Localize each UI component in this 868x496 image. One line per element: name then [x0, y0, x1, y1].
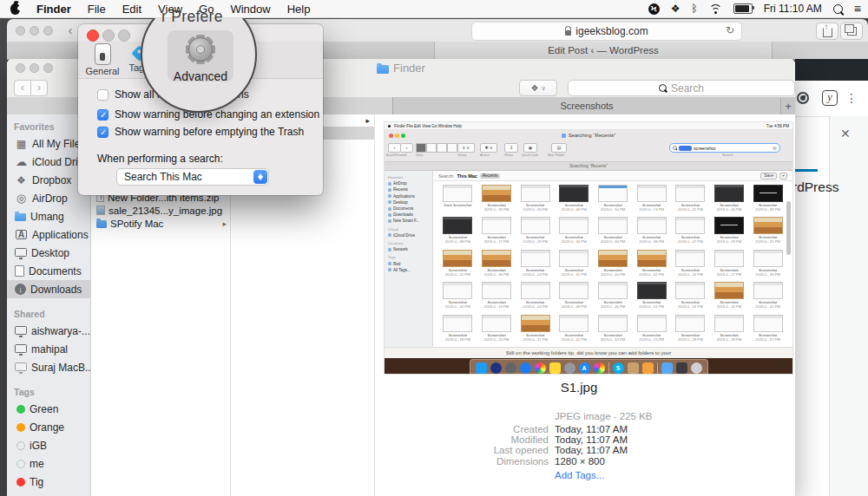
menu-item[interactable]: Edit	[122, 3, 141, 16]
sidebar-item[interactable]: Tags	[7, 384, 90, 400]
safari-close-button[interactable]	[16, 26, 25, 36]
preview-info-label: Dimensions	[375, 456, 549, 467]
sidebar-item[interactable]: aishwarya-...	[7, 322, 90, 340]
file-name: sale_21345...y_image.jpg	[108, 206, 222, 216]
spotlight-search-icon[interactable]	[833, 4, 843, 14]
sidebar-item[interactable]: Tig	[7, 473, 90, 491]
safari-back-button[interactable]: ‹	[61, 22, 80, 38]
safari-zoom-button[interactable]	[43, 26, 53, 36]
checkbox[interactable]	[97, 89, 108, 101]
screenshot-thumbnail: Screenshot 2019-0...33 PM	[477, 183, 516, 215]
forward-button[interactable]: ›	[31, 80, 48, 96]
screenshot-thumbnail: Screenshot 2019-0...17 PM	[477, 215, 516, 247]
wp-plugin-icon[interactable]	[797, 92, 809, 104]
dialog-close-button[interactable]	[87, 29, 99, 42]
sidebar-item-icon	[15, 213, 26, 221]
battery-icon[interactable]	[733, 3, 753, 14]
sidebar-item[interactable]: me	[7, 454, 90, 473]
screenshot-thumbnail: Screenshot 2019-0...34 PM	[555, 215, 594, 247]
shot-dock-icon	[676, 362, 687, 374]
share-button[interactable]	[816, 23, 838, 40]
bluetooth-icon[interactable]: ᛒ	[691, 3, 697, 15]
search-scope-dropdown[interactable]: Search This Mac	[116, 168, 269, 186]
shot-search-field: screenshot ⊗	[669, 143, 780, 153]
shot-sidebar-item: New Smart F...	[385, 218, 432, 224]
sidebar-item[interactable]: iGB	[7, 436, 90, 454]
preview-image: Finder File Edit View Go Window Help Tue…	[384, 121, 793, 375]
checkbox-checked[interactable]	[97, 109, 108, 121]
safari-tab[interactable]: Edit Post ‹ — WordPress	[434, 42, 773, 59]
sidebar-item-icon	[15, 362, 27, 371]
finder-search-field[interactable]: Search	[568, 80, 795, 96]
sidebar-item-label: me	[30, 458, 44, 470]
file-row[interactable]: SPotify Mac ▸	[91, 217, 230, 230]
sidebar-item[interactable]: Downloads	[7, 280, 90, 298]
screenshot-thumbnail: Screenshot 2019-0...54 PM	[594, 183, 633, 215]
screenshot-thumbnail: Screenshot 2019-0...15 PM	[632, 313, 671, 345]
sidebar-item[interactable]: mahipal	[7, 340, 90, 358]
shot-dock: AS	[385, 358, 792, 375]
checkbox-warn-empty-trash[interactable]: Show warning before emptying the Trash	[97, 126, 304, 138]
reload-icon[interactable]: ↻	[726, 24, 734, 36]
tab-overview-button[interactable]	[840, 23, 863, 40]
shot-dock-icon	[490, 362, 502, 374]
shot-dock-icon	[642, 362, 654, 374]
url-field[interactable]: igeeksblog.com ↻	[471, 22, 742, 41]
screenshot-thumbnail: Screenshot 2019-0...28 PM	[671, 313, 710, 345]
add-tags-link[interactable]: Add Tags...	[555, 470, 604, 480]
sidebar-item[interactable]: Suraj MacB...	[7, 358, 90, 376]
menu-app-name[interactable]: Finder	[36, 3, 71, 16]
sidebar-item[interactable]: Orange	[7, 418, 90, 436]
shot-toolbar: ‹› ≡ ∨ ✱ ∨ ↥ ◉ ▤ Back/ForwardViewGroupAc…	[385, 140, 792, 162]
shot-sidebar-item: Favorites	[385, 173, 432, 180]
yoast-icon[interactable]: y	[822, 90, 838, 106]
sidebar-item[interactable]: All Tags...	[7, 491, 90, 496]
notification-center-icon[interactable]: ≡	[854, 2, 861, 16]
menu-item[interactable]: File	[88, 3, 106, 16]
wp-close-settings-icon[interactable]: ✕	[840, 127, 851, 140]
screenshot-thumbnail: Screenshot 2019-0...52 PM	[632, 248, 671, 280]
sidebar-item[interactable]: Green	[7, 400, 90, 418]
sidebar-item-label: Green	[30, 403, 58, 415]
dialog-zoom-button[interactable]	[118, 29, 130, 42]
sidebar-item-label: Umang	[30, 211, 64, 223]
preview-scrollbar[interactable]	[786, 201, 791, 255]
wp-options-menu-icon[interactable]: ⋮	[845, 91, 858, 105]
folder-icon	[377, 65, 389, 74]
file-row[interactable]: sale_21345...y_image.jpg	[91, 204, 230, 217]
dialog-minimize-button[interactable]	[102, 29, 115, 42]
checkbox-checked[interactable]	[97, 127, 108, 138]
dropbox-menu-icon[interactable]: ❖	[671, 3, 681, 15]
dropbox-toolbar-button[interactable]: ❖ ∨	[519, 80, 557, 96]
screenshot-thumbnail: Screenshot 2019-0...36 PM	[477, 248, 516, 280]
screenshot-thumbnail: Screenshot 2019-0...18 PM	[438, 313, 477, 345]
search-icon	[673, 146, 677, 150]
preview-info-row: Modified Today, 11:07 AM	[375, 434, 795, 445]
menu-clock[interactable]: Fri 11:10 AM	[764, 3, 822, 15]
menu-item[interactable]: Help	[287, 3, 311, 16]
new-tab-button[interactable]: +	[781, 97, 795, 114]
sidebar-item[interactable]: Applications	[7, 225, 90, 244]
menu-item[interactable]: Window	[230, 3, 270, 16]
sidebar-item-icon	[15, 156, 28, 168]
finder-tab-screenshots[interactable]: Screenshots	[393, 97, 781, 114]
shot-dock-icon	[657, 362, 658, 374]
shot-menubar: Finder File Edit View Go Window Help Tue…	[385, 122, 792, 130]
shot-pathbar: Searching “Recents”	[385, 162, 792, 171]
bolt-menu-icon[interactable]: Ϟ	[648, 3, 660, 15]
wifi-icon[interactable]	[709, 4, 722, 14]
shot-sidebar-item: Applications	[385, 193, 432, 199]
sidebar-item[interactable]: Shared	[7, 306, 90, 322]
shot-dock-icon	[505, 362, 516, 374]
shot-clock: Tue 4:56 PM	[766, 124, 789, 128]
sidebar-item[interactable]: Documents	[7, 262, 90, 280]
sidebar-item[interactable]: Desktop	[7, 244, 90, 262]
apple-menu-icon[interactable]	[10, 3, 20, 15]
shot-save-button: Save	[760, 173, 777, 179]
sidebar-item-icon	[15, 174, 28, 186]
sidebar-item[interactable]: Umang	[7, 207, 90, 225]
safari-minimize-button[interactable]	[30, 26, 39, 36]
tab-general[interactable]: General	[83, 43, 122, 76]
file-name: SPotify Mac	[110, 219, 163, 229]
back-button[interactable]: ‹	[14, 80, 31, 96]
